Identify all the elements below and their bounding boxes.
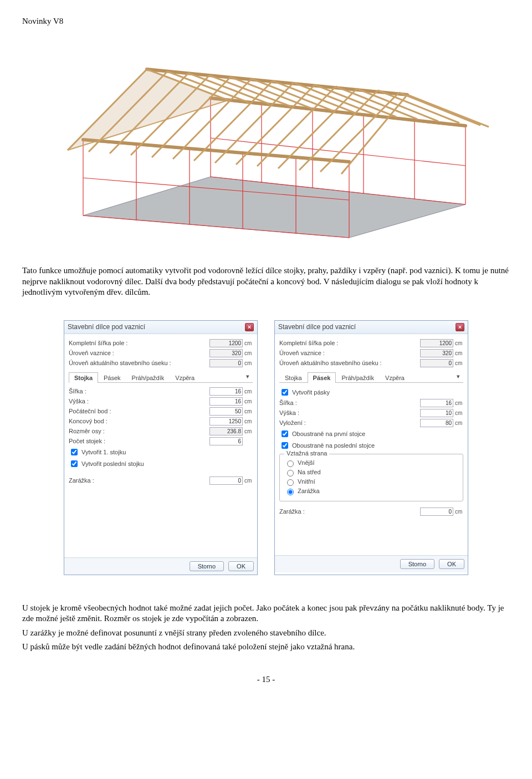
page-number: - 15 - — [22, 675, 510, 684]
input-vyska[interactable]: 16 — [209, 397, 243, 406]
input-koncovy-bod[interactable]: 1250 — [209, 417, 243, 426]
input-pocatecni-bod[interactable]: 50 — [209, 407, 243, 416]
input-rozmer-osy: 236.8 — [209, 427, 243, 435]
radio-vnejsi[interactable] — [287, 460, 294, 467]
checkbox-oboustrane-posledni[interactable] — [282, 442, 288, 449]
checkbox-vytvorit-pasky[interactable] — [282, 389, 288, 396]
input-pocet-stojek[interactable]: 6 — [209, 437, 243, 445]
tab-pasek[interactable]: Pásek — [308, 372, 336, 383]
input-zarazka[interactable]: 0 — [420, 508, 453, 516]
checkbox-prvni-stojku[interactable] — [71, 449, 78, 455]
radio-zarazka[interactable] — [287, 489, 294, 495]
group-vztazna-strana: Vztažná strana Vnější Na střed Vnitřní Z… — [279, 454, 463, 501]
svg-marker-0 — [83, 177, 466, 238]
paragraph-3: U zarážky je možné definovat posununtí z… — [22, 628, 510, 639]
input-sirka[interactable]: 16 — [209, 387, 243, 396]
tab-stojka[interactable]: Stojka — [69, 372, 98, 383]
tab-prah[interactable]: Práh/paždík — [336, 372, 380, 383]
svg-line-24 — [236, 85, 315, 165]
ok-button[interactable]: OK — [439, 559, 464, 569]
field-label: Kompletní šířka pole : — [69, 340, 209, 346]
field-uroven-useku: 0 — [209, 359, 243, 367]
paragraph-1: Tato funkce umožňuje pomocí automatiky v… — [22, 265, 510, 298]
tab-stojka[interactable]: Stojka — [279, 372, 308, 383]
paragraph-2: U stojek je kromě všeobecných hodnot tak… — [22, 603, 510, 624]
radio-na-stred[interactable] — [287, 470, 294, 476]
dialog-stojka: Stavební dílce pod vaznicí × Kompletní š… — [64, 320, 258, 575]
field-uroven-vaznice: 320 — [209, 349, 243, 357]
cancel-button[interactable]: Storno — [400, 559, 434, 569]
field-label: Úroveň vaznice : — [69, 350, 209, 356]
dialog-title: Stavební dílce pod vaznicí — [68, 323, 145, 331]
tabs: Stojka Pásek Práh/paždík Vzpěra ▾ — [279, 372, 463, 383]
ok-button[interactable]: OK — [228, 561, 254, 571]
input-vyska[interactable]: 10 — [420, 409, 453, 417]
dialog-title: Stavební dílce pod vaznicí — [278, 323, 356, 331]
tab-expand-icon[interactable]: ▾ — [453, 372, 463, 382]
tab-pasek[interactable]: Pásek — [98, 372, 126, 383]
close-icon[interactable]: × — [456, 323, 464, 331]
radio-vnitrni[interactable] — [287, 479, 294, 486]
paragraph-4: U pásků může být vedle zadání běžných ho… — [22, 642, 510, 653]
checkbox-oboustrane-prvni[interactable] — [282, 430, 288, 437]
field-komplet-sirka: 1200 — [209, 339, 243, 347]
page-header: Novinky V8 — [22, 17, 510, 26]
checkbox-posledni-stojku[interactable] — [71, 460, 78, 467]
svg-line-29 — [341, 95, 407, 174]
dialog-pasek: Stavební dílce pod vaznicí × Kompletní š… — [274, 320, 468, 575]
tab-vzpera[interactable]: Vzpěra — [170, 372, 200, 383]
close-icon[interactable]: × — [245, 323, 254, 331]
tab-vzpera[interactable]: Vzpěra — [380, 372, 410, 383]
input-sirka[interactable]: 16 — [420, 399, 453, 407]
tabs: Stojka Pásek Práh/paždík Vzpěra ▾ — [69, 372, 253, 383]
cancel-button[interactable]: Storno — [190, 561, 224, 571]
tab-prah[interactable]: Práh/paždík — [126, 372, 170, 383]
illustration-3d-roof — [22, 33, 510, 249]
input-vylozeni[interactable]: 80 — [420, 419, 453, 427]
svg-line-13 — [83, 140, 349, 162]
field-label: Úroveň aktuálního stavebního úseku : — [69, 360, 209, 366]
input-zarazka[interactable]: 0 — [209, 476, 243, 485]
tab-expand-icon[interactable]: ▾ — [243, 372, 253, 382]
